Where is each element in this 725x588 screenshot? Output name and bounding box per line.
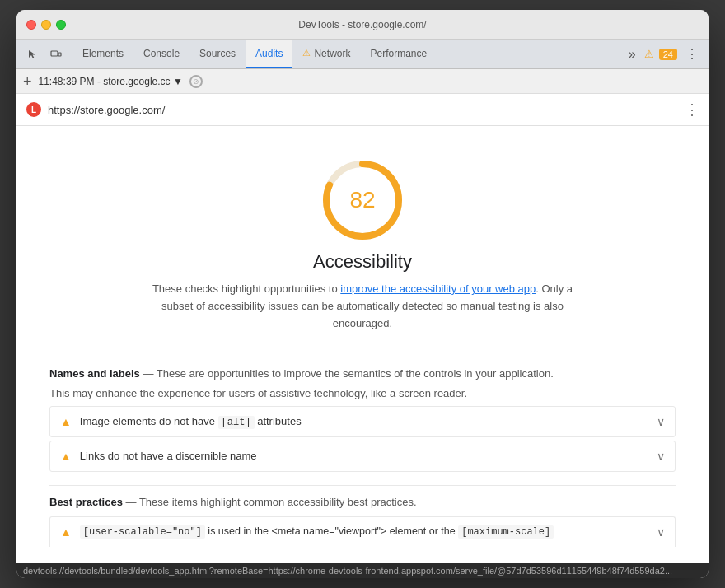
audit-text-1: Image elements do not have [alt] attribu… bbox=[80, 415, 650, 428]
minimize-button[interactable] bbox=[41, 20, 51, 30]
tabs-bar: Elements Console Sources Audits ⚠ Networ… bbox=[16, 40, 709, 69]
chevron-down-icon-1: ∨ bbox=[657, 415, 665, 428]
audit-text-3: [user-scalable="no"] is used in the <met… bbox=[80, 525, 650, 538]
best-practices-section: Best practices — These items highlight c… bbox=[49, 485, 676, 547]
warning-badge: 24 bbox=[659, 49, 677, 60]
audit-text-2: Links do not have a discernible name bbox=[80, 450, 650, 462]
main-content: 82 Accessibility These checks highlight … bbox=[16, 126, 709, 563]
score-title: Accessibility bbox=[313, 251, 412, 273]
titlebar: DevTools - store.google.com/ bbox=[16, 10, 709, 40]
audit-url-bar[interactable]: 11:48:39 PM - store.google.cc ▼ bbox=[39, 76, 183, 87]
names-labels-header: Names and labels — These are opportuniti… bbox=[49, 352, 676, 387]
tab-sources[interactable]: Sources bbox=[189, 40, 246, 68]
page-url: https://store.google.com/ bbox=[48, 104, 678, 116]
global-warning-icon: ⚠ bbox=[644, 48, 654, 60]
names-labels-subtext: This may enhance the experience for user… bbox=[49, 387, 676, 399]
audit-item-viewport[interactable]: ▲ [user-scalable="no"] is used in the <m… bbox=[49, 516, 676, 547]
tab-audits[interactable]: Audits bbox=[246, 40, 292, 68]
lighthouse-icon: L bbox=[26, 102, 41, 117]
audit-warn-icon-3: ▲ bbox=[60, 525, 72, 539]
warning-icon: ⚠ bbox=[302, 48, 311, 58]
no-throttle-icon: ⊘ bbox=[189, 75, 203, 88]
svg-rect-0 bbox=[51, 51, 58, 56]
url-row-menu-button[interactable]: ⋮ bbox=[685, 100, 699, 119]
svg-rect-1 bbox=[58, 53, 61, 56]
audit-item-link-name[interactable]: ▲ Links do not have a discernible name ∨ bbox=[49, 441, 676, 472]
tab-elements[interactable]: Elements bbox=[72, 40, 133, 68]
tab-network[interactable]: ⚠ Network bbox=[292, 40, 360, 68]
audit-warn-icon-2: ▲ bbox=[60, 450, 72, 463]
window-title: DevTools - store.google.com/ bbox=[298, 19, 426, 30]
tabs-right: » ⚠ 24 ⋮ bbox=[625, 46, 702, 62]
status-bar: devtools://devtools/bundled/devtools_app… bbox=[16, 563, 709, 578]
score-circle: 82 bbox=[321, 159, 404, 241]
settings-menu-button[interactable]: ⋮ bbox=[682, 46, 702, 62]
more-tabs-button[interactable]: » bbox=[625, 47, 639, 62]
add-tab-button[interactable]: + bbox=[23, 74, 32, 89]
audit-warn-icon-1: ▲ bbox=[60, 415, 72, 428]
tab-icons bbox=[23, 44, 66, 64]
score-number: 82 bbox=[349, 187, 375, 213]
score-description: These checks highlight opportunities to … bbox=[148, 281, 577, 332]
score-section: 82 Accessibility These checks highlight … bbox=[49, 142, 676, 345]
chevron-down-icon-2: ∨ bbox=[657, 450, 665, 463]
tab-performance[interactable]: Performance bbox=[360, 40, 437, 68]
accessibility-link[interactable]: improve the accessibility of your web ap… bbox=[340, 282, 536, 295]
status-bar-text: devtools://devtools/bundled/devtools_app… bbox=[23, 566, 672, 576]
close-button[interactable] bbox=[26, 20, 36, 30]
traffic-lights bbox=[26, 20, 66, 30]
cursor-icon[interactable] bbox=[23, 44, 43, 64]
url-row: L https://store.google.com/ ⋮ bbox=[16, 94, 709, 126]
device-toggle-icon[interactable] bbox=[46, 44, 66, 64]
devtools-window: DevTools - store.google.com/ Elements Co… bbox=[16, 10, 709, 578]
secondary-toolbar: + 11:48:39 PM - store.google.cc ▼ ⊘ bbox=[16, 69, 709, 94]
tab-console[interactable]: Console bbox=[133, 40, 189, 68]
maximize-button[interactable] bbox=[56, 20, 66, 30]
chevron-down-icon-3: ∨ bbox=[657, 525, 665, 539]
best-practices-header: Best practices — These items highlight c… bbox=[49, 496, 676, 508]
audit-item-alt-attrs[interactable]: ▲ Image elements do not have [alt] attri… bbox=[49, 406, 676, 437]
tabs: Elements Console Sources Audits ⚠ Networ… bbox=[72, 40, 625, 68]
